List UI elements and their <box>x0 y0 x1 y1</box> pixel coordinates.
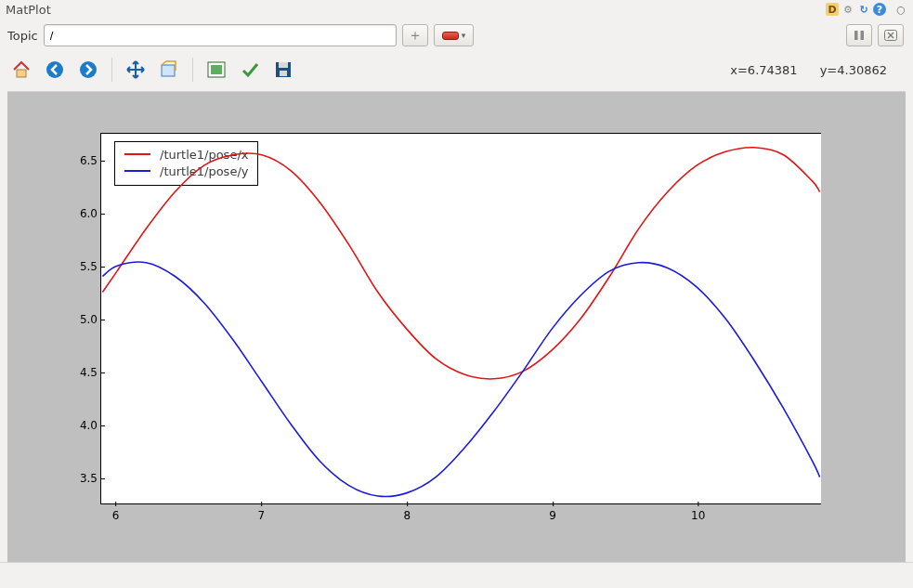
forward-icon <box>78 59 98 80</box>
series-line <box>102 262 819 496</box>
save-icon <box>273 59 293 80</box>
chevron-down-icon: ▾ <box>462 31 466 40</box>
back-button[interactable] <box>43 58 67 82</box>
x-tick-label: 10 <box>691 509 705 522</box>
svg-point-4 <box>46 61 63 78</box>
clear-button[interactable] <box>878 24 904 46</box>
status-bar <box>0 562 913 588</box>
y-tick-label: 4.5 <box>64 366 98 379</box>
svg-rect-11 <box>280 71 287 76</box>
cursor-x-readout: x=6.74381 <box>730 63 797 77</box>
y-tick-label: 6.5 <box>64 154 98 167</box>
svg-rect-6 <box>162 65 175 76</box>
series-line <box>102 148 819 379</box>
svg-rect-1 <box>861 31 865 40</box>
axes-edit-button[interactable] <box>238 58 262 82</box>
zoom-button[interactable] <box>157 58 181 82</box>
topic-bar: Topic ＋ ▾ <box>0 19 913 52</box>
x-tick-label: 6 <box>112 509 120 522</box>
home-icon <box>11 59 32 80</box>
clear-icon <box>884 30 897 41</box>
check-icon <box>240 59 260 80</box>
y-tick-label: 6.0 <box>64 207 98 220</box>
cursor-y-readout: y=4.30862 <box>820 63 887 77</box>
y-tick-label: 5.5 <box>64 260 98 273</box>
x-tick-label: 9 <box>549 509 556 522</box>
pan-icon <box>125 59 146 80</box>
home-button[interactable] <box>9 58 33 82</box>
topic-label: Topic <box>7 29 38 43</box>
zoom-icon <box>159 59 179 80</box>
svg-rect-8 <box>211 65 222 74</box>
save-button[interactable] <box>271 58 295 82</box>
window-titlebar: MatPlot D ⚙ ↻ ? ○ <box>0 0 913 19</box>
y-tick-label: 5.0 <box>64 313 98 326</box>
topic-input[interactable] <box>44 24 397 46</box>
x-tick-label: 7 <box>258 509 266 522</box>
pan-button[interactable] <box>124 58 148 82</box>
reload-icon[interactable]: ↻ <box>857 3 870 16</box>
matplotlib-toolbar: x=6.74381 y=4.30862 <box>0 52 913 87</box>
forward-button[interactable] <box>76 58 100 82</box>
x-tick-label: 8 <box>403 509 411 522</box>
plot-lines <box>101 134 821 503</box>
svg-rect-0 <box>854 31 858 40</box>
remove-topic-button[interactable]: ▾ <box>434 24 475 46</box>
gear-icon[interactable]: ⚙ <box>841 3 854 16</box>
d-icon[interactable]: D <box>826 3 839 16</box>
toolbar-separator <box>192 58 193 82</box>
plot-axes: /turtle1/pose/x /turtle1/pose/y 3.54.04.… <box>100 133 821 504</box>
subplots-button[interactable] <box>204 58 228 82</box>
subplots-icon <box>206 59 227 80</box>
minus-icon <box>442 32 459 40</box>
back-icon <box>45 59 65 80</box>
pause-button[interactable] <box>846 24 872 46</box>
help-icon[interactable]: ? <box>873 3 886 16</box>
plot-canvas[interactable]: /turtle1/pose/x /turtle1/pose/y 3.54.04.… <box>7 91 906 565</box>
svg-rect-10 <box>279 62 288 68</box>
busy-icon: ○ <box>894 3 907 16</box>
plus-icon: ＋ <box>408 28 423 43</box>
y-tick-label: 3.5 <box>64 472 98 485</box>
pause-icon <box>854 30 865 41</box>
svg-point-5 <box>80 61 97 78</box>
svg-rect-3 <box>17 70 26 77</box>
window-title: MatPlot <box>6 3 51 17</box>
add-topic-button[interactable]: ＋ <box>402 24 428 46</box>
y-tick-label: 4.0 <box>64 419 98 432</box>
toolbar-separator <box>111 58 112 82</box>
